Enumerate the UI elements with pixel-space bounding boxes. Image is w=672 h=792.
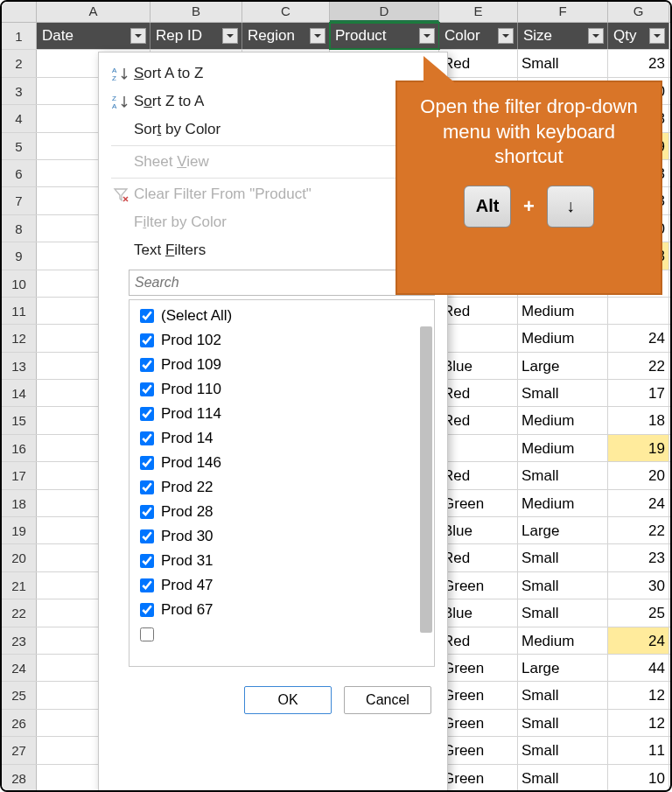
cell-color[interactable] — [439, 435, 518, 461]
cell-color[interactable]: Red — [439, 298, 518, 324]
cell-color[interactable]: Blue — [439, 353, 518, 379]
cell-color[interactable]: Green — [439, 490, 518, 516]
cell-qty[interactable]: 30 — [608, 572, 669, 599]
row-num[interactable]: 27 — [2, 737, 37, 763]
cell-size[interactable]: Small — [518, 544, 608, 571]
checkbox[interactable] — [140, 578, 154, 592]
cell-size[interactable]: Large — [518, 655, 608, 681]
cell-qty[interactable]: 22 — [608, 353, 669, 379]
row-num[interactable]: 6 — [2, 160, 37, 186]
filter-check-item[interactable]: Prod 102 — [135, 328, 429, 353]
filter-dropdown-icon[interactable] — [498, 28, 514, 44]
col-head-B[interactable]: B — [150, 2, 242, 22]
col-head-C[interactable]: C — [242, 2, 330, 22]
col-head-A[interactable]: A — [37, 2, 150, 22]
row-num[interactable]: 15 — [2, 407, 37, 433]
filter-dropdown-icon[interactable] — [588, 28, 604, 44]
row-num[interactable]: 19 — [2, 517, 37, 543]
cell-qty[interactable]: 24 — [608, 490, 669, 516]
cell-color[interactable]: Green — [439, 710, 518, 736]
cell-color[interactable]: Blue — [439, 599, 518, 626]
cell-color[interactable]: Red — [439, 380, 518, 406]
col-head-D[interactable]: D — [330, 2, 439, 22]
cell-qty[interactable]: 23 — [608, 50, 669, 76]
cell-size[interactable]: Small — [518, 380, 608, 406]
checkbox[interactable] — [140, 480, 154, 494]
cell-color[interactable]: Green — [439, 765, 518, 791]
filter-dropdown-icon[interactable] — [130, 28, 146, 44]
cell-size[interactable]: Medium — [518, 298, 608, 324]
row-num[interactable]: 14 — [2, 380, 37, 406]
cell-size[interactable]: Medium — [518, 490, 608, 516]
filter-check-item[interactable]: Prod 114 — [135, 402, 429, 426]
checkbox[interactable] — [140, 407, 154, 421]
checkbox[interactable] — [140, 431, 154, 445]
filter-search-input[interactable] — [129, 270, 435, 296]
row-num[interactable]: 7 — [2, 187, 37, 214]
filter-check-item[interactable] — [135, 622, 429, 647]
checkbox[interactable] — [140, 627, 154, 641]
filter-dropdown-icon[interactable] — [649, 28, 665, 44]
cell-size[interactable]: Medium — [518, 325, 608, 351]
cell-qty[interactable]: 25 — [608, 599, 669, 626]
filter-check-item[interactable]: Prod 146 — [135, 451, 429, 475]
row-num[interactable]: 8 — [2, 215, 37, 242]
row-num[interactable]: 22 — [2, 599, 37, 626]
filter-check-item[interactable]: Prod 28 — [135, 500, 429, 524]
cell-color[interactable] — [439, 325, 518, 351]
filter-check-item[interactable]: (Select All) — [135, 304, 429, 328]
row-num[interactable]: 17 — [2, 462, 37, 488]
cell-qty[interactable]: 12 — [608, 710, 669, 736]
cell-size[interactable]: Small — [518, 50, 608, 76]
filter-check-item[interactable]: Prod 30 — [135, 524, 429, 549]
row-num[interactable]: 18 — [2, 490, 37, 516]
checkbox[interactable] — [140, 358, 154, 372]
row-num[interactable]: 21 — [2, 572, 37, 599]
cell-size[interactable]: Small — [518, 710, 608, 736]
scrollbar-thumb[interactable] — [420, 326, 432, 633]
row-num[interactable]: 20 — [2, 544, 37, 571]
checkbox[interactable] — [140, 529, 154, 543]
cell-qty[interactable]: 12 — [608, 682, 669, 708]
filter-check-item[interactable]: Prod 110 — [135, 377, 429, 402]
filter-dropdown-icon[interactable] — [310, 28, 326, 44]
checkbox[interactable] — [140, 505, 154, 519]
cell-color[interactable]: Red — [439, 627, 518, 654]
cell-size[interactable]: Small — [518, 682, 608, 708]
cell-size[interactable]: Small — [518, 462, 608, 488]
col-head-G[interactable]: G — [608, 2, 669, 22]
cell-color[interactable]: Red — [439, 407, 518, 433]
cell-color[interactable]: Green — [439, 572, 518, 599]
cell-size[interactable]: Small — [518, 765, 608, 791]
checkbox[interactable] — [140, 333, 154, 347]
col-head-E[interactable]: E — [439, 2, 518, 22]
cell-size[interactable]: Medium — [518, 627, 608, 654]
header-repid[interactable]: Rep ID — [150, 23, 242, 49]
filter-check-item[interactable]: Prod 47 — [135, 573, 429, 598]
checkbox[interactable] — [140, 382, 154, 396]
cell-qty[interactable]: 20 — [608, 462, 669, 488]
select-all-corner[interactable] — [2, 2, 37, 22]
cell-qty[interactable]: 19 — [608, 435, 669, 461]
filter-check-item[interactable]: Prod 22 — [135, 475, 429, 500]
row-num[interactable]: 26 — [2, 710, 37, 736]
cell-size[interactable]: Small — [518, 737, 608, 763]
row-num[interactable]: 10 — [2, 270, 37, 297]
cell-qty[interactable]: 11 — [608, 737, 669, 763]
header-qty[interactable]: Qty — [608, 23, 669, 49]
cell-size[interactable]: Medium — [518, 407, 608, 433]
cell-size[interactable]: Small — [518, 572, 608, 599]
checkbox[interactable] — [140, 309, 154, 323]
header-date[interactable]: Date — [37, 23, 150, 49]
cell-qty[interactable] — [608, 298, 669, 324]
ok-button[interactable]: OK — [244, 686, 332, 714]
cell-qty[interactable]: 44 — [608, 655, 669, 681]
cell-qty[interactable]: 17 — [608, 380, 669, 406]
cell-color[interactable]: Green — [439, 682, 518, 708]
checkbox[interactable] — [140, 456, 154, 470]
row-num[interactable]: 25 — [2, 682, 37, 708]
header-color[interactable]: Color — [439, 23, 518, 49]
filter-check-item[interactable]: Prod 109 — [135, 353, 429, 377]
filter-check-item[interactable]: Prod 31 — [135, 549, 429, 573]
cell-color[interactable]: Green — [439, 737, 518, 763]
